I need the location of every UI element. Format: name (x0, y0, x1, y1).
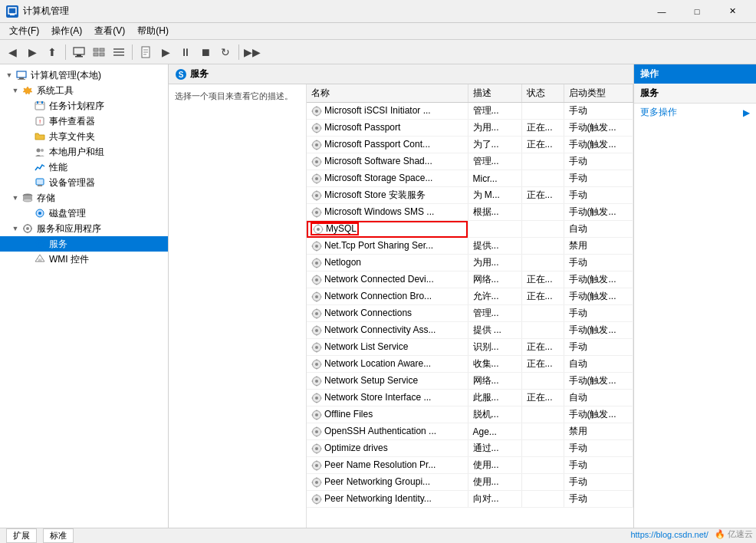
table-row[interactable]: Network Location Aware...收集...正在...自动网 (307, 356, 633, 373)
tree-item-8[interactable]: ▼存储 (0, 190, 168, 206)
service-icon (311, 308, 324, 319)
tree-expander-4 (21, 130, 34, 143)
tree-label-2: 任务计划程序 (49, 100, 104, 113)
maximize-button[interactable]: □ (679, 0, 715, 23)
table-row[interactable]: Microsoft Store 安装服务为 M...正在...手动才 (307, 187, 633, 204)
tree-expander-2 (21, 100, 34, 112)
table-row[interactable]: Microsoft Passport Cont...为了...正在...手动(触… (307, 137, 633, 153)
svg-point-117 (315, 295, 318, 298)
tree-label-7: 设备管理器 (49, 176, 95, 189)
service-status (521, 170, 564, 187)
more-actions-button[interactable]: 更多操作 ▶ (634, 104, 756, 121)
services-table-container[interactable]: 名称 描述 状态 启动类型 登 Microsoft iSCSI Ini (307, 84, 633, 528)
tree-item-1[interactable]: ▼系统工具 (0, 83, 168, 98)
table-row[interactable]: Network Store Interface ...此服...正在...自动才 (307, 390, 633, 406)
service-status: 正在... (521, 356, 564, 373)
col-header-status[interactable]: 状态 (521, 84, 564, 103)
table-row[interactable]: Network Connection Bro...允许...正在...手动(触发… (307, 288, 633, 305)
up-button[interactable]: ⬆ (43, 43, 61, 61)
service-name: Microsoft Passport Cont... (324, 139, 430, 150)
service-icon (311, 105, 324, 117)
svg-point-35 (26, 227, 29, 230)
computer-button[interactable] (70, 43, 88, 61)
tree-item-6[interactable]: 性能 (0, 160, 168, 175)
pause-button[interactable]: ⏸ (176, 43, 195, 61)
service-name: Microsoft Store 安装服务 (324, 189, 426, 202)
tree-item-3[interactable]: !事件查看器 (0, 114, 168, 129)
svg-rect-18 (18, 79, 25, 80)
table-row[interactable]: Netlogon为用...手动才 (307, 255, 633, 272)
toolbar-sep-3 (238, 44, 239, 60)
col-header-logon[interactable]: 登 (633, 84, 633, 103)
minimize-button[interactable]: — (644, 0, 679, 23)
service-desc: 识别... (468, 339, 521, 356)
table-row[interactable]: Microsoft iSCSI Initiator ...管理...手动才 (307, 103, 633, 120)
table-row[interactable]: Microsoft Storage Space...Micr...手动网 (307, 170, 633, 187)
play-button[interactable]: ▶ (156, 43, 175, 61)
table-row[interactable]: Microsoft Windows SMS ...根据...手动(触发...才 (307, 204, 633, 221)
svg-rect-6 (100, 48, 104, 51)
close-button[interactable]: ✕ (715, 0, 750, 23)
table-row[interactable]: Peer Networking Groupi...使用...手动才 (307, 474, 633, 491)
service-icon (311, 324, 324, 336)
watermark: https://blog.csdn.net/ 🔥 亿速云 (630, 528, 753, 540)
tree-item-4[interactable]: 共享文件夹 (0, 129, 168, 144)
table-row[interactable]: OpenSSH Authentication ...Age...禁用才 (307, 423, 633, 440)
menu-file[interactable]: 文件(F) (3, 23, 45, 39)
restart-button[interactable]: ↻ (216, 43, 235, 61)
table-row[interactable]: MySQL自动才 (307, 221, 633, 238)
service-startup: 手动(触发... (564, 137, 633, 153)
table-row[interactable]: Peer Name Resolution Pr...使用...手动才 (307, 457, 633, 474)
skip-button[interactable]: ▶▶ (243, 43, 261, 61)
table-row[interactable]: Microsoft Passport为用...正在...手动(触发...才 (307, 120, 633, 137)
service-desc: 使用... (468, 457, 521, 474)
toolbar-sep-1 (65, 44, 66, 60)
tree-expander-11 (21, 238, 34, 250)
svg-rect-4 (75, 56, 83, 58)
svg-point-147 (315, 380, 318, 383)
services-desc: 选择一个项目来查看它的描述。 (169, 84, 307, 528)
tree-item-5[interactable]: 本地用户和组 (0, 144, 168, 160)
table-row[interactable]: Peer Networking Identity...向对...手动才 (307, 491, 633, 508)
col-header-desc[interactable]: 描述 (468, 84, 521, 103)
forward-button[interactable]: ▶ (23, 43, 41, 61)
table-header-row: 名称 描述 状态 启动类型 登 (307, 84, 633, 103)
tree-item-7[interactable]: 设备管理器 (0, 175, 168, 190)
tree-item-11[interactable]: 服务 (0, 236, 168, 252)
table-row[interactable]: Net.Tcp Port Sharing Ser...提供...禁用才 (307, 238, 633, 255)
menu-help[interactable]: 帮助(H) (131, 23, 175, 39)
col-header-startup[interactable]: 启动类型 (564, 84, 633, 103)
service-desc: 收集... (468, 356, 521, 373)
service-name: Network Location Aware... (324, 358, 431, 369)
tree-item-2[interactable]: 任务计划程序 (0, 98, 168, 114)
tree-item-12[interactable]: WWMI 控件 (0, 252, 168, 267)
stop-button[interactable]: ⏹ (196, 43, 215, 61)
list2-button[interactable] (110, 43, 128, 61)
table-row[interactable]: Network List Service识别...正在...手动才 (307, 339, 633, 356)
svg-point-123 (315, 312, 318, 315)
menu-view[interactable]: 查看(V) (88, 23, 131, 39)
col-header-name[interactable]: 名称 (307, 84, 468, 103)
tab-extended[interactable]: 扩展 (6, 528, 37, 543)
tree-item-10[interactable]: ▼服务和应用程序 (0, 221, 168, 236)
table-row[interactable]: Network Connected Devi...网络...正在...手动(触发… (307, 272, 633, 288)
back-button[interactable]: ◀ (3, 43, 21, 61)
table-row[interactable]: Network Connections管理...手动才 (307, 305, 633, 322)
svg-text:S: S (179, 71, 184, 79)
tree-item-9[interactable]: 磁盘管理 (0, 206, 168, 221)
tree-expander-10: ▼ (9, 222, 21, 235)
table-row[interactable]: Offline Files脱机...手动(触发...才 (307, 406, 633, 423)
table-row[interactable]: Microsoft Software Shad...管理...手动才 (307, 153, 633, 170)
doc-button[interactable] (136, 43, 155, 61)
list1-button[interactable] (90, 43, 108, 61)
tree-item-0[interactable]: ▼计算机管理(本地) (0, 67, 168, 83)
tree-expander-12 (21, 253, 34, 265)
table-row[interactable]: Network Connectivity Ass...提供 ...手动(触发..… (307, 322, 633, 339)
service-desc: 为用... (468, 120, 521, 137)
service-status (521, 457, 564, 474)
table-row[interactable]: Network Setup Service网络...手动(触发...才 (307, 373, 633, 390)
menu-action[interactable]: 操作(A) (45, 23, 88, 39)
table-row[interactable]: Optimize drives通过...手动才 (307, 440, 633, 457)
tab-standard[interactable]: 标准 (43, 528, 74, 543)
service-name: OpenSSH Authentication ... (324, 426, 436, 436)
